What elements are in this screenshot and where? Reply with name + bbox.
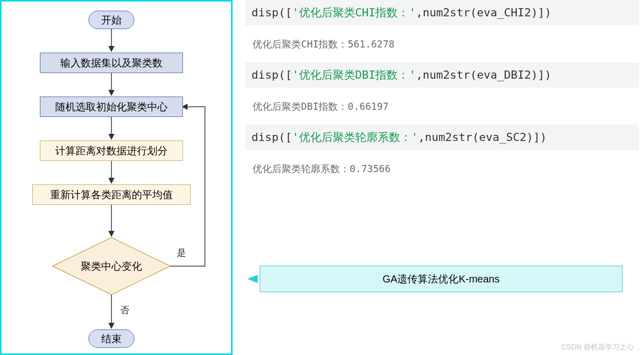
flow-end: 结束 xyxy=(88,329,134,348)
flow-step3: 计算距离对数据进行划分 xyxy=(40,140,183,161)
output-line-1: 优化后聚类CHI指数：561.6278 xyxy=(245,35,639,62)
code-var-2: eva_DBI2 xyxy=(477,68,531,81)
output-line-2: 优化后聚类DBI指数：0.66197 xyxy=(245,97,639,125)
code-fn: disp xyxy=(251,68,279,81)
flowchart-panel: 开始 输入数据集以及聚类数 随机选取初始化聚类中心 计算距离对数据进行划分 重新… xyxy=(0,0,233,355)
flow-step1: 输入数据集以及聚类数 xyxy=(40,53,183,73)
code-line-3: disp(['优化后聚类轮廓系数：',num2str(eva_SC2)]) xyxy=(245,125,639,150)
output-line-3: 优化后聚类轮廓系数：0.73566 xyxy=(245,159,639,187)
flow-start: 开始 xyxy=(88,11,134,29)
flow-step3-label: 计算距离对数据进行划分 xyxy=(55,144,168,158)
flow-decision: 聚类中心变化 xyxy=(50,238,173,295)
svg-marker-7 xyxy=(247,275,258,283)
code-var-1: eva_CHI2 xyxy=(477,6,531,19)
code-num2str: num2str xyxy=(423,68,470,81)
flow-decision-label: 聚类中心变化 xyxy=(81,259,142,273)
ga-title-box: GA遗传算法优化K-means xyxy=(260,266,623,292)
flow-end-label: 结束 xyxy=(101,332,122,346)
code-line-2: disp(['优化后聚类DBI指数：',num2str(eva_DBI2)]) xyxy=(245,62,639,88)
code-line-1: disp(['优化后聚类CHI指数：',num2str(eva_CHI2)]) xyxy=(245,0,639,26)
edge-label-yes: 是 xyxy=(177,247,186,259)
flow-step1-label: 输入数据集以及聚类数 xyxy=(60,56,163,70)
code-var-3: eva_SC2 xyxy=(479,131,526,144)
flow-step2-label: 随机选取初始化聚类中心 xyxy=(55,100,168,114)
flow-start-label: 开始 xyxy=(101,13,122,27)
flow-step4-label: 重新计算各类距离的平均值 xyxy=(50,188,173,202)
code-num2str: num2str xyxy=(423,6,470,19)
code-str-1: '优化后聚类CHI指数：' xyxy=(292,6,416,19)
code-str-3: '优化后聚类轮廓系数：' xyxy=(292,131,418,144)
watermark: CSDN @机器学习之心 xyxy=(561,343,634,352)
code-fn: disp xyxy=(251,131,279,144)
ga-title-label: GA遗传算法优化K-means xyxy=(383,272,500,286)
flow-step2: 随机选取初始化聚类中心 xyxy=(40,97,183,117)
code-str-2: '优化后聚类DBI指数：' xyxy=(292,68,416,81)
code-num2str: num2str xyxy=(425,131,472,144)
code-fn: disp xyxy=(251,6,279,19)
output-panel: disp(['优化后聚类CHI指数：',num2str(eva_CHI2)]) … xyxy=(245,0,639,355)
edge-label-no: 否 xyxy=(120,304,129,316)
flow-step4: 重新计算各类距离的平均值 xyxy=(32,184,191,205)
